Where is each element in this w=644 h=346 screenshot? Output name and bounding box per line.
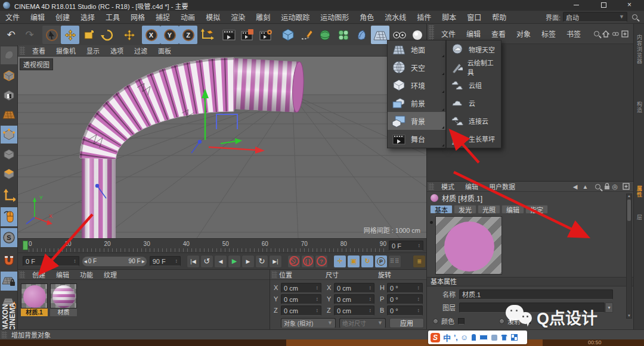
stepper-icon[interactable]: ↕	[175, 258, 178, 264]
pos-y-field[interactable]: 0 cm↕	[281, 294, 321, 304]
range-left-arrow-icon[interactable]: ◂	[84, 258, 87, 264]
straw-vertical-tube[interactable]	[82, 151, 116, 238]
add-generator-button[interactable]	[315, 26, 334, 44]
menu-item-cloud[interactable]: 云	[447, 94, 501, 112]
go-to-end-button[interactable]: ▶|	[269, 255, 282, 268]
material-preview-thumb[interactable]	[50, 283, 77, 308]
tab-structure[interactable]: 构造	[636, 101, 642, 113]
scale-tool[interactable]	[79, 26, 98, 44]
ime-mode-chinese[interactable]: 中	[443, 332, 451, 343]
menu-item-foreground[interactable]: 前景	[388, 94, 445, 112]
end-frame-field[interactable]: 90 F↕	[150, 256, 181, 266]
menu-render[interactable]: 渲染	[225, 12, 250, 22]
size-y-field[interactable]: 0 cm↕	[334, 294, 374, 304]
size-x-field[interactable]: 0 cm↕	[334, 283, 374, 293]
range-right-arrow-icon[interactable]: ▸	[142, 258, 145, 264]
om-menu-bookmarks[interactable]: 书签	[561, 29, 586, 39]
stepper-icon[interactable]: ↕	[73, 258, 76, 264]
lock-y-axis[interactable]: Y	[160, 26, 179, 44]
add-deformer-button[interactable]	[352, 26, 371, 44]
axis-mode-tool[interactable]	[1, 186, 17, 205]
go-to-start-button[interactable]: |◀	[187, 255, 200, 268]
layout-select[interactable]: 启动 ▼	[563, 12, 627, 22]
om-home-icon[interactable]	[601, 29, 611, 39]
vp-menu-display[interactable]: 显示	[81, 46, 105, 55]
add-mograph-button[interactable]	[334, 26, 352, 44]
previous-frame-button[interactable]: ◀	[214, 255, 227, 268]
key-point-level-toggle[interactable]: ⠿⠿	[388, 255, 401, 268]
play-button[interactable]: ▶	[228, 255, 241, 268]
menu-item-cloud-tool[interactable]: 云绘制工具	[447, 58, 501, 76]
texture-mode-tool[interactable]	[1, 86, 17, 104]
om-filter-icon[interactable]	[611, 29, 620, 39]
rot-p-field[interactable]: 0 °↕	[387, 294, 423, 304]
om-menu-view[interactable]: 查看	[486, 29, 511, 39]
search-icon[interactable]	[630, 13, 639, 22]
autokey-button[interactable]: ( )	[301, 255, 314, 268]
vp-menu-filter[interactable]: 过滤	[129, 46, 153, 55]
menu-select[interactable]: 选择	[75, 12, 100, 22]
panel-grip[interactable]	[429, 183, 434, 190]
size-z-field[interactable]: 0 cm↕	[334, 306, 374, 316]
size-mode-dropdown[interactable]: 绝对尺寸▼	[339, 318, 386, 328]
tab-editor[interactable]: 编辑	[501, 205, 524, 214]
viewport-canvas[interactable]: Y X 透视视图 网格间距 : 1000 cm	[18, 57, 426, 238]
menu-pipeline[interactable]: 流水线	[379, 12, 411, 22]
timeline[interactable]: 0 10 20 30 40 50 60 70 80 90 0 F↕	[18, 238, 426, 253]
ime-punctuation-icon[interactable]: ʼ,	[454, 333, 458, 342]
basic-properties-header[interactable]: 基本属性	[427, 277, 633, 286]
om-search-icon[interactable]	[592, 29, 601, 39]
keyframe-help-button[interactable]: ?	[315, 255, 328, 268]
attr-back-icon[interactable]: ◀	[573, 183, 578, 190]
panel-grip[interactable]	[20, 46, 25, 55]
sculpt-brush-tool[interactable]	[1, 46, 17, 64]
attr-menu-edit[interactable]: 编辑	[460, 182, 484, 191]
menu-snap[interactable]: 捕捉	[150, 12, 175, 22]
ime-mic-icon[interactable]	[472, 334, 476, 341]
spline-pen-button[interactable]	[297, 26, 315, 44]
material-preview-large[interactable]	[435, 216, 502, 275]
menu-script[interactable]: 脚本	[436, 12, 462, 22]
make-editable-tool[interactable]	[1, 67, 17, 85]
key-parameter-toggle[interactable]: P	[374, 255, 388, 268]
layer-browse-button[interactable]: ▾	[605, 303, 613, 313]
last-tool[interactable]	[120, 26, 138, 44]
mat-menu-edit[interactable]: 编辑	[51, 270, 75, 279]
menu-item-physical-sky[interactable]: 物理天空	[447, 40, 501, 58]
edges-mode-tool[interactable]	[1, 145, 17, 163]
add-cube-button[interactable]	[278, 26, 297, 44]
frame-box[interactable]: 0 F↕	[389, 241, 423, 251]
sogou-logo-icon[interactable]: S	[431, 333, 440, 342]
rot-h-field[interactable]: 0 °↕	[387, 283, 423, 293]
menu-sculpt[interactable]: 雕刻	[250, 12, 275, 22]
next-frame-button[interactable]: ▶	[242, 255, 255, 268]
key-position-toggle[interactable]: ✛	[333, 255, 346, 268]
view-label-chip[interactable]: 透视视图	[20, 58, 53, 70]
om-menu-objects[interactable]: 对象	[511, 29, 536, 39]
ime-emoji-icon[interactable]: ☺	[460, 333, 468, 342]
om-menu-file[interactable]: 文件	[436, 29, 461, 39]
ime-skin-icon[interactable]	[501, 335, 507, 341]
render-picture-viewer-button[interactable]	[238, 26, 256, 44]
ime-toolbar[interactable]: S 中 ʼ, ☺	[428, 331, 527, 344]
play-backwards-button[interactable]: ↺	[200, 255, 213, 268]
tab-basic[interactable]: 基本	[430, 205, 453, 214]
points-mode-tool[interactable]	[1, 126, 17, 144]
color-checkbox[interactable]	[458, 318, 465, 325]
ime-toolbox-icon[interactable]	[511, 334, 518, 341]
tab-illumination[interactable]: 光照	[478, 205, 500, 214]
ime-handwriting-icon[interactable]	[491, 335, 497, 341]
lock-z-axis[interactable]: Z	[179, 26, 197, 44]
live-selection-tool[interactable]	[42, 26, 61, 44]
timeline-playhead[interactable]	[23, 241, 28, 250]
viewport-solo-tool[interactable]	[1, 207, 17, 226]
scroll-thumb[interactable]	[627, 200, 631, 221]
menu-item-cloud-group[interactable]: 云组	[447, 76, 501, 94]
material-item-2[interactable]: 材质	[50, 283, 77, 316]
pos-z-field[interactable]: 0 cm↕	[281, 306, 321, 316]
coordinate-system-button[interactable]	[197, 26, 216, 44]
attr-menu-userdata[interactable]: 用户数据	[484, 182, 521, 191]
menu-file[interactable]: 文件	[0, 12, 25, 22]
mat-menu-texture[interactable]: 纹理	[98, 270, 122, 279]
menu-motion-tracker[interactable]: 运动跟踪	[275, 12, 315, 22]
